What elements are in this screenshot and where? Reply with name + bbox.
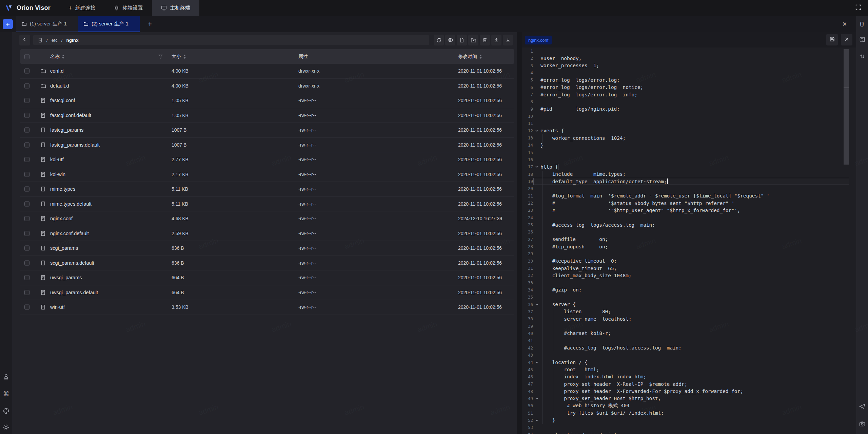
row-checkbox[interactable] [24, 98, 29, 103]
file-name[interactable]: fastcgi_params.default [50, 142, 100, 148]
file-name[interactable]: default.d [50, 83, 69, 89]
code-line[interactable]: 46 index index.html index.htm; [522, 373, 849, 380]
file-name[interactable]: conf.d [50, 68, 64, 74]
code-line[interactable]: 48 proxy_set_header X-Forwarded-For $pro… [522, 388, 849, 395]
code-line[interactable]: 44 location / { [522, 359, 849, 366]
table-row[interactable]: scgi_params.default636 B-rw-r--r--2020-1… [20, 256, 514, 271]
filter-funnel-icon[interactable] [158, 54, 163, 59]
table-row[interactable]: scgi_params636 B-rw-r--r--2020-11-01 10:… [20, 241, 514, 256]
code-line[interactable]: 3worker_processes 1; [522, 62, 849, 69]
table-row[interactable]: conf.d4.00 KBdrwxr-xr-x2020-11-01 10:02:… [20, 64, 514, 79]
file-name[interactable]: mime.types [50, 186, 75, 192]
panel-divider[interactable] [517, 32, 522, 434]
table-row[interactable]: mime.types5.11 KB-rw-r--r--2020-11-01 10… [20, 182, 514, 197]
code-line[interactable]: 26 [522, 228, 849, 235]
code-line[interactable]: 6#error_log logs/error.log notice; [522, 84, 849, 91]
save-button[interactable] [826, 34, 838, 45]
row-checkbox[interactable] [24, 290, 29, 295]
code-line[interactable]: 9#pid logs/nginx.pid; [522, 106, 849, 113]
file-name[interactable]: fastcgi.conf.default [50, 113, 91, 118]
row-checkbox[interactable] [24, 128, 29, 133]
fold-chevron-icon[interactable] [533, 418, 540, 422]
code-line[interactable]: 27 sendfile on; [522, 236, 849, 243]
row-checkbox[interactable] [24, 260, 29, 265]
code-line[interactable]: 25 #access_log logs/access.log main; [522, 221, 849, 228]
breadcrumb[interactable]: / etc / nginx [33, 35, 429, 45]
fold-chevron-icon[interactable] [533, 397, 540, 400]
code-line[interactable]: 11 [522, 120, 849, 127]
table-row[interactable]: win-utf3.53 KB-rw-r--r--2020-11-01 10:02… [20, 300, 514, 315]
nav-item-host-terminal[interactable]: 主机终端 [152, 0, 199, 16]
fold-chevron-icon[interactable] [533, 433, 540, 434]
code-line[interactable]: 30 #keepalive_timeout 0; [522, 258, 849, 265]
code-line[interactable]: 29 [522, 250, 849, 257]
upload-button[interactable] [491, 35, 501, 45]
sort-icon[interactable] [62, 54, 65, 59]
row-checkbox[interactable] [24, 142, 29, 147]
code-line[interactable]: 36 server { [522, 301, 849, 308]
file-name[interactable]: scgi_params [50, 245, 78, 251]
table-row[interactable]: default.d4.00 KBdrwxr-xr-x2020-11-01 10:… [20, 79, 514, 94]
nav-item-terminal-settings[interactable]: 终端设置 [104, 0, 152, 16]
row-checkbox[interactable] [24, 305, 29, 310]
column-header-attributes[interactable]: 属性 [298, 54, 308, 60]
code-line[interactable]: 4 [522, 69, 849, 76]
row-checkbox[interactable] [24, 246, 29, 251]
file-name[interactable]: nginx.conf.default [50, 231, 89, 236]
breadcrumb-segment-current[interactable]: nginx [66, 38, 79, 43]
table-row[interactable]: fastcgi.conf.default1.05 KB-rw-r--r--202… [20, 108, 514, 123]
user-stamp-icon[interactable] [3, 374, 9, 380]
back-button[interactable] [19, 35, 30, 45]
code-line[interactable]: 52 } [522, 417, 849, 424]
code-line[interactable]: 42 #access_log logs/host.access.log main… [522, 344, 849, 351]
column-header-size[interactable]: 大小 [172, 54, 186, 60]
primary-add-button[interactable]: + [3, 19, 13, 29]
table-row[interactable]: uwsgi_params.default664 B-rw-r--r--2020-… [20, 285, 514, 300]
new-file-button[interactable] [457, 35, 467, 45]
toggle-hidden-files-button[interactable] [445, 35, 455, 45]
code-line[interactable]: 37 listen 80; [522, 308, 849, 315]
code-line[interactable]: 16 [522, 156, 849, 163]
new-tab-button[interactable]: + [143, 16, 156, 32]
row-checkbox[interactable] [24, 157, 29, 162]
row-checkbox[interactable] [24, 231, 29, 236]
table-row[interactable]: nginx.conf4.68 KB-rw-r--r--2024-12-10 16… [20, 211, 514, 226]
code-line[interactable]: 53 [522, 424, 849, 431]
table-row[interactable]: koi-utf2.77 KB-rw-r--r--2020-11-01 10:02… [20, 152, 514, 167]
row-checkbox[interactable] [24, 172, 29, 177]
sort-icon[interactable] [479, 54, 482, 59]
fold-chevron-icon[interactable] [533, 303, 540, 306]
file-name[interactable]: uwsgi_params.default [50, 290, 98, 295]
breadcrumb-segment[interactable]: etc [52, 38, 58, 43]
file-name[interactable]: koi-utf [50, 157, 64, 162]
table-row[interactable]: mime.types.default5.11 KB-rw-r--r--2020-… [20, 197, 514, 212]
code-line[interactable]: 2#user nobody; [522, 55, 849, 62]
send-icon[interactable] [859, 403, 866, 410]
fold-chevron-icon[interactable] [533, 165, 540, 169]
delete-button[interactable] [480, 35, 490, 45]
code-line[interactable]: 10 [522, 113, 849, 120]
code-line[interactable]: 12events { [522, 127, 849, 134]
row-checkbox[interactable] [24, 83, 29, 88]
refresh-button[interactable] [434, 35, 444, 45]
code-line[interactable]: 5#error_log logs/error.log; [522, 76, 849, 83]
code-line[interactable]: 38 server_name localhost; [522, 315, 849, 322]
fold-chevron-icon[interactable] [533, 360, 540, 364]
code-line[interactable]: 51 try_files $uri $uri/ /index.html; [522, 409, 849, 416]
code-line[interactable]: 13 worker_connections 1024; [522, 134, 849, 141]
code-line[interactable]: 50 # web history 模式 404 [522, 402, 849, 409]
download-button[interactable] [503, 35, 513, 45]
code-line[interactable]: 40 #charset koi8-r; [522, 330, 849, 337]
table-row[interactable]: fastcgi_params.default1007 B-rw-r--r--20… [20, 138, 514, 153]
file-name[interactable]: fastcgi.conf [50, 98, 75, 103]
file-name[interactable]: uwsgi_params [50, 275, 82, 280]
code-line[interactable]: 24 [522, 214, 849, 221]
file-name[interactable]: mime.types.default [50, 201, 92, 207]
column-header-mtime[interactable]: 修改时间 [458, 54, 482, 60]
format-braces-icon[interactable]: {} [860, 21, 865, 26]
editor-file-chip[interactable]: nginx.conf [525, 36, 552, 44]
row-checkbox[interactable] [24, 275, 29, 280]
new-folder-button[interactable] [468, 35, 478, 45]
theme-palette-icon[interactable] [3, 408, 9, 414]
brand[interactable]: Orion Visor [0, 4, 59, 12]
